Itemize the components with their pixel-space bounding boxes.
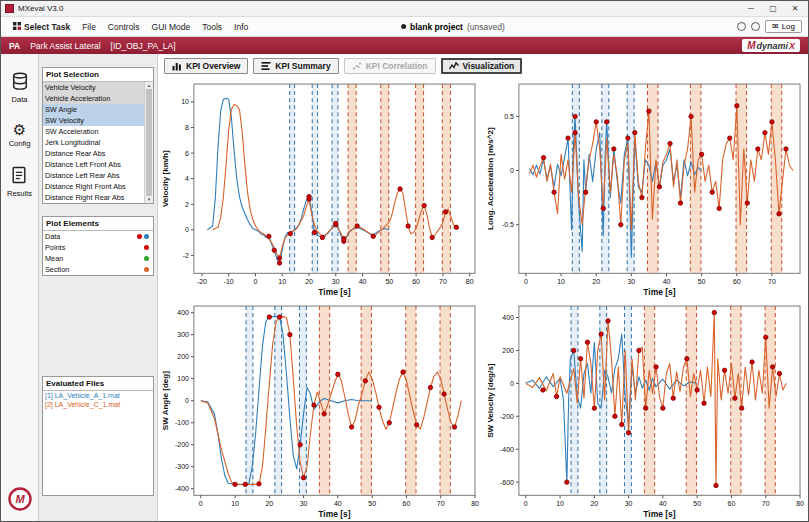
tab-kpi-summary[interactable]: KPI Summary (253, 58, 338, 74)
legend-dot-icon (144, 234, 149, 239)
plot-elements-group: Plot Elements DataPointsMeanSection (42, 216, 154, 276)
svg-text:0: 0 (185, 226, 189, 233)
menu-select-task[interactable]: Select Task (7, 20, 76, 34)
svg-text:300: 300 (177, 331, 189, 338)
menu-tools[interactable]: Tools (196, 20, 228, 34)
plot-selection-item-distance-left-front-abs[interactable]: Distance Left Front Abs (43, 159, 144, 170)
svg-text:40: 40 (663, 278, 671, 285)
svg-text:Time [s]: Time [s] (643, 509, 675, 519)
svg-text:Velocity [km/h]: Velocity [km/h] (161, 150, 170, 207)
plot-selection-item-distance-right-rear-abs[interactable]: Distance Right Rear Abs (43, 192, 144, 203)
titlebar: MXeval V3.0 ─ ▢ ✕ (1, 1, 808, 17)
plot-selection-item-sw-angle[interactable]: SW Angle (43, 104, 144, 115)
scroll-down-icon[interactable]: ▼ (147, 197, 151, 202)
svg-text:8: 8 (185, 124, 189, 131)
mdynamix-logo: M dynami X (742, 39, 800, 52)
svg-text:Time [s]: Time [s] (318, 509, 350, 519)
side-panel: Plot Selection Vehicle VelocityVehicle A… (39, 54, 157, 521)
svg-text:20: 20 (590, 500, 598, 507)
tab-label: KPI Summary (275, 61, 330, 71)
svg-text:M: M (15, 493, 25, 505)
svg-text:-20: -20 (197, 278, 207, 285)
sidebar-item-data[interactable]: Data (11, 72, 29, 104)
tab-visualization[interactable]: Visualization (441, 58, 523, 74)
svg-text:2: 2 (185, 201, 189, 208)
plot-selection-item-vehicle-acceleration[interactable]: Vehicle Acceleration (43, 93, 144, 104)
svg-text:-10: -10 (224, 278, 234, 285)
tab-kpi-overview[interactable]: KPI Overview (164, 58, 248, 74)
kpi-summary-icon (261, 61, 271, 71)
evaluated-file-item[interactable]: [2] LA_Vehicle_C_1.mat (43, 400, 153, 409)
legend-dot-icon (144, 267, 149, 272)
scroll-up-icon[interactable]: ▲ (147, 83, 151, 88)
project-label: blank project (unsaved) (401, 22, 505, 32)
sidebar-item-results[interactable]: Results (7, 166, 32, 198)
kpi-overview-icon (172, 61, 182, 71)
chart-long-acceleration: 010203040506070-0.500.5Long. Acceleratio… (483, 78, 808, 300)
svg-text:20: 20 (592, 278, 600, 285)
svg-text:10: 10 (231, 500, 239, 507)
svg-text:100: 100 (177, 375, 189, 382)
menubar: Select TaskFileControlsGUI ModeToolsInfo… (1, 17, 808, 37)
plot-element-points[interactable]: Points (43, 242, 153, 253)
tab-label: KPI Overview (186, 61, 240, 71)
plot-selection-item-distance-rear-abs[interactable]: Distance Rear Abs (43, 148, 144, 159)
legend-dot-icon (144, 256, 149, 261)
power-icon[interactable] (751, 22, 760, 31)
charts-grid: -20-1001020304050607080-20246810Velocity… (158, 78, 808, 521)
maximize-button[interactable]: ▢ (764, 4, 782, 13)
evaluated-files-group: Evaluated Files [1] LA_Vehicle_A_1.mat[2… (42, 376, 154, 496)
plot-element-mean[interactable]: Mean (43, 253, 153, 264)
plot-elements-list: DataPointsMeanSection (43, 231, 153, 275)
plot-selection-item-distance-right-front-abs[interactable]: Distance Right Front Abs (43, 181, 144, 192)
plot-selection-item-vehicle-velocity[interactable]: Vehicle Velocity (43, 82, 144, 93)
plot-element-data[interactable]: Data (43, 231, 153, 242)
menu-controls[interactable]: Controls (102, 20, 146, 34)
plot-selection-item-sw-velocity[interactable]: SW Velocity (43, 115, 144, 126)
plot-element-section[interactable]: Section (43, 264, 153, 275)
svg-text:10: 10 (557, 278, 565, 285)
svg-text:4: 4 (185, 175, 189, 182)
plot-elements-title: Plot Elements (43, 217, 153, 231)
chart-sw-velocity: 01020304050607080-600-400-2000200400SW V… (483, 300, 808, 522)
svg-text:Time [s]: Time [s] (318, 287, 350, 297)
plot-selection-item-jerk-longitudinal[interactable]: Jerk Longitudinal (43, 137, 144, 148)
plot-selection-item-sw-acceleration[interactable]: SW Acceleration (43, 126, 144, 137)
svg-text:80: 80 (466, 278, 474, 285)
brand-m-icon: M (747, 40, 755, 51)
svg-text:30: 30 (625, 500, 633, 507)
svg-text:0: 0 (524, 500, 528, 507)
svg-text:0: 0 (254, 278, 258, 285)
svg-text:10: 10 (556, 500, 564, 507)
chart-cell-sw-angle: 01020304050607080-400-300-200-1000100200… (158, 300, 483, 522)
chart-velocity: -20-1001020304050607080-20246810Velocity… (158, 78, 483, 300)
tab-label: KPI Correlation (366, 61, 428, 71)
svg-text:50: 50 (386, 278, 394, 285)
svg-text:200: 200 (177, 353, 189, 360)
close-button[interactable]: ✕ (786, 4, 804, 13)
menu-info[interactable]: Info (228, 20, 254, 34)
menu-gui-mode[interactable]: GUI Mode (146, 20, 197, 34)
menu-file[interactable]: File (76, 20, 102, 34)
scrollbar-thumb[interactable] (146, 89, 152, 196)
svg-text:20: 20 (265, 500, 273, 507)
results-document-icon (11, 166, 27, 188)
evaluated-file-item[interactable]: [1] LA_Vehicle_A_1.mat (43, 391, 153, 400)
minimize-button[interactable]: ─ (742, 4, 760, 13)
plot-selection-scrollbar[interactable]: ▲ ▼ (144, 82, 153, 203)
plot-selection-item-distance-left-rear-abs[interactable]: Distance Left Rear Abs (43, 170, 144, 181)
main-area: KPI OverviewKPI SummaryKPI CorrelationVi… (157, 54, 808, 521)
plot-element-label: Section (45, 265, 69, 274)
breadcrumb-title: Park Assist Lateral (30, 41, 100, 51)
log-button[interactable]: ✉ Log (765, 20, 802, 33)
legend-dots-icon (144, 256, 151, 261)
svg-text:80: 80 (471, 500, 479, 507)
status-circle-icon[interactable] (737, 22, 746, 31)
svg-text:50: 50 (698, 278, 706, 285)
svg-text:-200: -200 (500, 412, 514, 419)
sidebar-item-config[interactable]: ⚙ Config (9, 122, 31, 148)
project-status-icon (401, 24, 406, 29)
menubar-right: ✉ Log (737, 20, 802, 33)
mdynamix-badge-icon: M (8, 487, 32, 515)
svg-text:Time [s]: Time [s] (643, 287, 675, 297)
